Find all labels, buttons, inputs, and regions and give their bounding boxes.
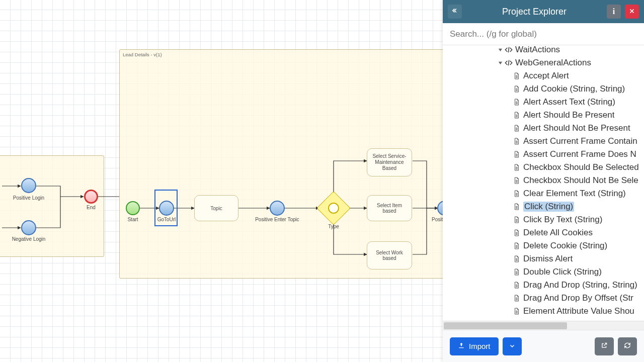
tree-action[interactable]: Alert Should Be Present [487, 109, 644, 122]
document-icon [513, 151, 520, 158]
scrollbar-thumb[interactable] [444, 322, 567, 329]
info-button[interactable]: i [607, 5, 621, 19]
action-label: Accept Alert [523, 71, 569, 81]
action-label: Assert Current Frame Contain [523, 136, 637, 146]
document-icon [513, 138, 520, 145]
tree-action[interactable]: Alert Assert Text (String) [487, 96, 644, 109]
action-label: Checkbox Should Not Be Sele [523, 175, 638, 186]
collapse-button[interactable] [448, 5, 462, 19]
document-icon [513, 85, 520, 93]
action-label: Drag And Drop (String, String) [523, 280, 637, 290]
action-label: Add Cookie (String, String) [523, 84, 625, 94]
tree-action[interactable]: Drag And Drop By Offset (Str [487, 292, 644, 305]
horizontal-scrollbar[interactable] [443, 321, 644, 330]
label-type: Type [325, 224, 343, 229]
action-label: Alert Should Be Present [523, 110, 614, 120]
node-gotourl[interactable] [159, 201, 174, 216]
panel-search [443, 23, 644, 45]
tree-action[interactable]: Delete All Cookies [487, 226, 644, 239]
node-positive-enter-topic[interactable] [270, 201, 285, 216]
upload-icon [458, 342, 465, 350]
code-icon [505, 46, 513, 54]
action-label: Checkbox Should Be Selected [523, 162, 639, 172]
label-negative-login: Negative Login [11, 236, 46, 242]
tree-action[interactable]: Add Cookie (String, String) [487, 82, 644, 96]
task-label: Topic [210, 206, 222, 211]
document-icon [513, 216, 520, 223]
refresh-button[interactable] [618, 337, 637, 355]
document-icon [513, 242, 520, 249]
tree-action[interactable]: Alert Should Not Be Present [487, 122, 644, 135]
refresh-icon [624, 342, 631, 350]
tree-list: WaitActions WebGeneralActions Accept Ale… [443, 45, 644, 321]
tree-action[interactable]: Drag And Drop (String, String) [487, 279, 644, 292]
tree-action[interactable]: Element Attribute Value Shou [487, 305, 644, 318]
node-end[interactable] [84, 190, 98, 204]
tree-action[interactable]: Clear Element Text (String) [487, 187, 644, 200]
collapse-icon[interactable] [497, 60, 503, 66]
action-label: Click (String) [523, 202, 574, 212]
action-label: Alert Should Not Be Present [523, 123, 630, 133]
tree-action[interactable]: Double Click (String) [487, 265, 644, 279]
node-topic[interactable]: Topic [194, 195, 238, 221]
external-link-button[interactable] [595, 337, 614, 355]
node-select-work[interactable]: Select Work based [367, 241, 412, 269]
node-type-gateway[interactable] [321, 196, 346, 220]
tree-action[interactable]: Checkbox Should Not Be Sele [487, 174, 644, 187]
chevrons-left-icon [451, 7, 458, 16]
panel-title: Project Explorer [462, 7, 607, 17]
document-icon [513, 282, 520, 289]
search-input[interactable] [443, 29, 644, 39]
label-positive-enter-topic: Positive Enter Topic [255, 217, 300, 222]
close-icon [629, 7, 635, 16]
tree-action[interactable]: Checkbox Should Be Selected [487, 161, 644, 174]
panel-tree: WaitActions WebGeneralActions Accept Ale… [443, 45, 644, 321]
lane-title: Lead Details - v(1) [123, 52, 162, 57]
task-label: Select Item based [370, 203, 409, 214]
category-label: WaitActions [515, 45, 560, 55]
action-label: Element Attribute Value Shou [523, 306, 634, 316]
import-button[interactable]: Import [450, 337, 499, 355]
expand-icon[interactable] [497, 47, 503, 53]
action-label: Dismiss Alert [523, 254, 573, 264]
external-link-icon [601, 342, 608, 350]
node-select-service[interactable]: Select Service-Maintenance Based [367, 148, 412, 176]
document-icon [513, 177, 520, 184]
action-label: Delete All Cookies [523, 228, 593, 238]
action-label: Double Click (String) [523, 267, 602, 277]
node-start[interactable] [126, 201, 140, 215]
action-label: Delete Cookie (String) [523, 241, 607, 251]
label-positive-login: Positive Login [12, 195, 45, 201]
info-icon: i [613, 7, 615, 16]
label-gotourl: GoToUrl [155, 217, 178, 222]
document-icon [513, 203, 520, 210]
document-icon [513, 164, 520, 171]
action-label: Assert Current Frame Does N [523, 149, 636, 159]
document-icon [513, 112, 520, 119]
action-label: Alert Assert Text (String) [523, 97, 615, 107]
tree-category-webgeneralactions[interactable]: WebGeneralActions [487, 56, 644, 69]
tree-action[interactable]: Dismiss Alert [487, 252, 644, 265]
tree-category-waitactions[interactable]: WaitActions [487, 45, 644, 56]
panel-footer: Import [443, 330, 644, 362]
document-icon [513, 99, 520, 106]
tree-action[interactable]: Assert Current Frame Contain [487, 135, 644, 148]
label-start: Start [125, 217, 140, 222]
tree-action[interactable]: Click By Text (String) [487, 213, 644, 226]
node-negative-login[interactable] [21, 220, 36, 235]
tree-action[interactable]: Click (String) [487, 200, 644, 213]
tree-action[interactable]: Accept Alert [487, 69, 644, 82]
chevron-down-icon [509, 342, 515, 350]
code-icon [505, 59, 513, 67]
tree-action[interactable]: Delete Cookie (String) [487, 239, 644, 252]
node-select-item[interactable]: Select Item based [367, 195, 412, 221]
node-positive-login[interactable] [21, 178, 36, 193]
import-dropdown-button[interactable] [503, 337, 522, 355]
close-button[interactable] [625, 5, 639, 19]
document-icon [513, 268, 520, 276]
tree-action[interactable]: Assert Current Frame Does N [487, 148, 644, 161]
task-label: Select Service-Maintenance Based [370, 153, 409, 171]
action-label: Clear Element Text (String) [523, 189, 626, 199]
task-label: Select Work based [370, 250, 409, 261]
document-icon [513, 190, 520, 197]
